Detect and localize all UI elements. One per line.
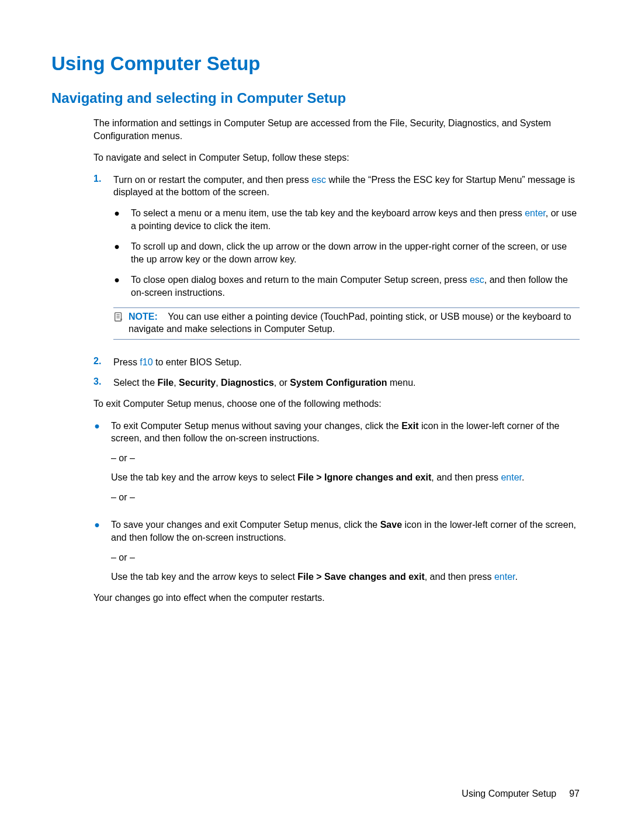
step-number: 1. — [93, 174, 104, 348]
lead-paragraph: To navigate and select in Computer Setup… — [93, 151, 580, 164]
text: Select the — [113, 378, 158, 388]
bullet-icon: ● — [113, 274, 120, 299]
footer-page-number: 97 — [569, 789, 580, 799]
step-body: Select the File, Security, Diagnostics, … — [113, 376, 580, 389]
step-number: 3. — [93, 376, 104, 389]
menu-security: Security — [179, 378, 216, 388]
note-icon — [113, 312, 124, 322]
text: Use the tab key and the arrow keys to se… — [111, 471, 580, 484]
text: , and then press — [431, 472, 501, 482]
text: , — [174, 378, 179, 388]
text: To exit Computer Setup menus without sav… — [111, 420, 580, 445]
list-body: To save your changes and exit Computer S… — [111, 518, 580, 583]
key-f10: f10 — [140, 357, 152, 367]
text: Use the tab key and the arrow keys to se… — [111, 571, 580, 583]
text: . — [522, 472, 524, 482]
text: Use the tab key and the arrow keys to se… — [111, 472, 297, 482]
text: You can use either a pointing device (To… — [129, 312, 571, 334]
key-enter: enter — [525, 208, 546, 218]
step-body: Press f10 to enter BIOS Setup. — [113, 356, 580, 369]
text: Use the tab key and the arrow keys to se… — [111, 572, 297, 582]
menu-system-configuration: System Configuration — [290, 378, 387, 388]
note-text: NOTE: You can use either a pointing devi… — [129, 310, 580, 336]
bullet-icon: ● — [113, 207, 120, 232]
list-body: To select a menu or a menu item, use the… — [131, 207, 580, 232]
text: To save your changes and exit Computer S… — [111, 518, 580, 544]
page-footer: Using Computer Setup 97 — [462, 789, 580, 799]
intro-paragraph: The information and settings in Computer… — [93, 117, 580, 142]
key-enter: enter — [494, 572, 515, 582]
step-body: Turn on or restart the computer, and the… — [113, 174, 580, 348]
step-3: 3. Select the File, Security, Diagnostic… — [93, 376, 580, 389]
sub-bullet-list: ● To select a menu or a menu item, use t… — [113, 207, 580, 299]
text: menu. — [387, 378, 416, 388]
menu-diagnostics: Diagnostics — [221, 378, 274, 388]
text: , — [216, 378, 221, 388]
key-esc: esc — [470, 275, 484, 285]
page-heading-2: Navigating and selecting in Computer Set… — [51, 90, 580, 106]
bullet-icon: ● — [93, 518, 100, 583]
or-separator: – or – — [111, 491, 580, 504]
text: To exit Computer Setup menus without sav… — [111, 421, 401, 431]
exit-icon-label: Exit — [401, 421, 418, 431]
text: , and then press — [425, 572, 494, 582]
document-page: Using Computer Setup Navigating and sele… — [0, 0, 631, 840]
list-item: ● To save your changes and exit Computer… — [93, 518, 580, 583]
text: to enter BIOS Setup. — [153, 357, 242, 367]
list-item: ● To exit Computer Setup menus without s… — [93, 420, 580, 511]
list-body: To exit Computer Setup menus without sav… — [111, 420, 580, 511]
text: To save your changes and exit Computer S… — [111, 520, 380, 530]
menu-path: File > Save changes and exit — [297, 572, 424, 582]
or-separator: – or – — [111, 452, 580, 465]
note-callout: NOTE: You can use either a pointing devi… — [113, 307, 580, 340]
text: To close open dialog boxes and return to… — [131, 275, 470, 285]
menu-file: File — [158, 378, 174, 388]
or-separator: – or – — [111, 551, 580, 564]
list-item: ● To close open dialog boxes and return … — [113, 274, 580, 299]
body-content: The information and settings in Computer… — [93, 117, 580, 604]
list-body: To close open dialog boxes and return to… — [131, 274, 580, 299]
text: . — [515, 572, 518, 582]
page-heading-1: Using Computer Setup — [51, 53, 580, 75]
text: Turn on or restart the computer, and the… — [113, 175, 311, 185]
text: To select a menu or a menu item, use the… — [131, 208, 525, 218]
step-2: 2. Press f10 to enter BIOS Setup. — [93, 356, 580, 369]
step-number: 2. — [93, 356, 104, 369]
list-item: ● To scroll up and down, click the up ar… — [113, 240, 580, 265]
bullet-icon: ● — [113, 240, 120, 265]
note-label: NOTE: — [129, 312, 158, 322]
closing-paragraph: Your changes go into effect when the com… — [93, 592, 580, 604]
list-body: To scroll up and down, click the up arro… — [131, 240, 580, 265]
exit-intro: To exit Computer Setup menus, choose one… — [93, 397, 580, 410]
save-icon-label: Save — [380, 520, 402, 530]
text: Press — [113, 357, 140, 367]
step-1: 1. Turn on or restart the computer, and … — [93, 174, 580, 348]
key-esc: esc — [311, 175, 326, 185]
svg-rect-0 — [115, 312, 122, 320]
text: , or — [274, 378, 290, 388]
footer-section-title: Using Computer Setup — [462, 789, 556, 799]
key-enter: enter — [501, 472, 522, 482]
menu-path: File > Ignore changes and exit — [297, 472, 431, 482]
bullet-icon: ● — [93, 420, 100, 511]
list-item: ● To select a menu or a menu item, use t… — [113, 207, 580, 232]
